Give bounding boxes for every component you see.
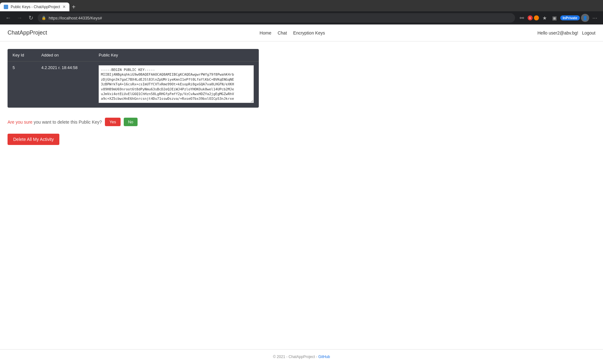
menu-button[interactable]: ⋯ xyxy=(590,13,599,22)
table-header: Key Id Added on Public Key xyxy=(8,49,259,62)
browser-nav-bar: ← → ↻ 🔒 https://localhost:44335/Keys# ⚯ … xyxy=(0,11,603,24)
table-header-row: Key Id Added on Public Key xyxy=(8,49,259,62)
nav-link-encryption-keys[interactable]: Encryption Keys xyxy=(293,30,325,35)
browser-tab-active[interactable]: Public Keys - ChatAppProject × xyxy=(0,3,69,11)
profile-dot xyxy=(534,15,539,20)
navbar-user-greeting: Hello user2@abv.bg! xyxy=(537,30,578,35)
table-body: 5 4.2.2021 r. 18:44:58 xyxy=(8,62,259,108)
navbar-links: Home Chat Encryption Keys xyxy=(260,30,325,35)
no-button[interactable]: No xyxy=(124,118,138,126)
refresh-button[interactable]: ↻ xyxy=(26,13,35,22)
inprivate-badge: InPrivate xyxy=(560,15,580,20)
notification-dot: 1 xyxy=(528,15,533,20)
url-bar[interactable]: 🔒 https://localhost:44335/Keys# xyxy=(38,13,515,23)
col-public-key: Public Key xyxy=(94,49,259,62)
collections-button[interactable]: ▣ xyxy=(550,13,559,22)
keys-table: Key Id Added on Public Key 5 4.2.2021 r.… xyxy=(8,49,259,108)
lock-icon: 🔒 xyxy=(41,16,46,20)
back-button[interactable]: ← xyxy=(4,13,13,22)
cell-added-on: 4.2.2021 r. 18:44:58 xyxy=(36,62,94,108)
browser-tab-bar: Public Keys - ChatAppProject × + xyxy=(0,0,603,11)
navbar-brand[interactable]: ChatAppProject xyxy=(8,29,47,36)
footer: © 2021 - ChatAppProject - GitHub xyxy=(0,349,603,364)
cell-public-key xyxy=(94,62,259,108)
profile-avatar[interactable]: 👤 xyxy=(581,14,589,22)
github-link[interactable]: GitHub xyxy=(318,355,330,359)
nav-link-home[interactable]: Home xyxy=(260,30,271,35)
nav-link-chat[interactable]: Chat xyxy=(278,30,287,35)
navbar-right: Hello user2@abv.bg! Logout xyxy=(537,30,595,35)
forward-button[interactable]: → xyxy=(15,13,24,22)
main-content: Key Id Added on Public Key 5 4.2.2021 r.… xyxy=(0,41,603,349)
extensions-button[interactable]: ⚯ xyxy=(518,13,526,22)
app-wrapper: ChatAppProject Home Chat Encryption Keys… xyxy=(0,24,603,364)
tab-favicon xyxy=(4,5,8,9)
new-tab-button[interactable]: + xyxy=(69,3,78,11)
confirm-highlight: Are you sure xyxy=(8,120,32,125)
browser-toolbar-right: ⚯ 1 ★ ▣ InPrivate 👤 ⋯ xyxy=(518,13,599,22)
favorites-button[interactable]: ★ xyxy=(540,13,549,22)
yes-button[interactable]: Yes xyxy=(105,118,120,126)
confirm-text: Are you sure you want to delete this Pub… xyxy=(8,120,102,125)
tab-title: Public Keys - ChatAppProject xyxy=(11,5,60,9)
public-key-textarea[interactable] xyxy=(99,65,254,103)
cell-key-id: 5 xyxy=(8,62,36,108)
confirm-section: Are you sure you want to delete this Pub… xyxy=(8,118,595,126)
col-key-id: Key Id xyxy=(8,49,36,62)
table-row: 5 4.2.2021 r. 18:44:58 xyxy=(8,62,259,108)
col-added-on: Added on xyxy=(36,49,94,62)
browser-chrome: Public Keys - ChatAppProject × + ← → ↻ 🔒… xyxy=(0,0,603,24)
navbar: ChatAppProject Home Chat Encryption Keys… xyxy=(0,24,603,41)
url-text: https://localhost:44335/Keys# xyxy=(49,16,511,20)
logout-link[interactable]: Logout xyxy=(582,30,595,35)
footer-copyright: © 2021 - ChatAppProject - xyxy=(273,355,318,359)
tab-close-btn[interactable]: × xyxy=(62,4,65,9)
delete-all-button[interactable]: Delete All My Activity xyxy=(8,134,59,145)
